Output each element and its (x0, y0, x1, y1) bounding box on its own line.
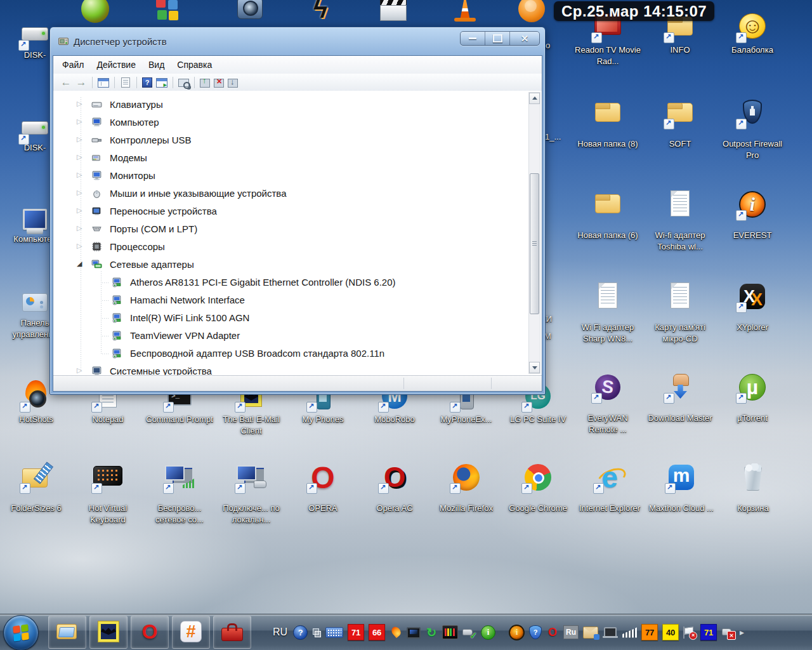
tray-badge-71[interactable]: 71 (700, 624, 717, 640)
collapse-arrow-icon[interactable]: ◢ (77, 260, 86, 270)
desktop-icon-shield[interactable]: Outpost Firewall Pro (717, 96, 788, 161)
desktop-icon-text-document[interactable]: Wi-fi адаптер Toshiba wl... (645, 188, 716, 253)
desktop-icon-film-clapper[interactable] (358, 0, 429, 25)
window-titlebar[interactable]: Диспетчер устройств (50, 27, 545, 55)
desktop-icon-opera[interactable]: OPERA (287, 461, 358, 514)
desktop-icon-utorrent[interactable]: µTorrent (717, 371, 788, 424)
desktop-icon-lightning[interactable] (285, 0, 356, 25)
console-tree-icon[interactable] (98, 78, 109, 88)
forward-icon[interactable] (75, 77, 87, 88)
desktop-icon-chrome[interactable]: Google Chrome (502, 461, 573, 514)
start-button[interactable] (3, 615, 39, 650)
desktop-icon-firefox[interactable]: Mozilla Firefox (431, 461, 502, 514)
tree-item[interactable]: Atheros AR8131 PCI-E Gigabit Ethernet Co… (53, 274, 529, 291)
tray-mail[interactable] (583, 627, 598, 639)
tray-badge-40[interactable]: 40 (662, 624, 679, 640)
back-icon[interactable] (60, 77, 72, 88)
expand-arrow-icon[interactable]: ▷ (77, 206, 86, 216)
tray-badge-71[interactable]: 71 (348, 624, 364, 640)
expand-arrow-icon[interactable]: ▷ (77, 171, 86, 181)
desktop-icon-xyplorer[interactable]: XYplorer (717, 280, 788, 333)
tray-info-green[interactable] (481, 625, 495, 640)
desktop-icon-wireless-network[interactable]: Беспрово... сетевое со... (144, 461, 215, 526)
update-driver-icon[interactable] (200, 79, 210, 88)
desktop-icon-internet-explorer[interactable]: Internet Explorer (574, 461, 645, 514)
desktop-icon-folder[interactable]: Новая папка (8) (572, 96, 643, 150)
close-button[interactable] (510, 32, 539, 45)
menu-item-2[interactable]: Действие (90, 57, 142, 72)
expand-arrow-icon[interactable]: ▷ (77, 189, 86, 199)
tray-keyboard[interactable] (325, 627, 343, 638)
tray-language-alt[interactable]: Ru (563, 625, 579, 639)
desktop-clock[interactable]: Ср.25.мар 14:15:07 (554, 1, 714, 21)
tray-sync[interactable] (425, 626, 438, 639)
taskbar-button-explorer[interactable] (48, 616, 86, 649)
tree-item[interactable]: ▷Клавиатуры (53, 96, 529, 114)
desktop-icon-recycle-bin[interactable]: Корзина (717, 461, 789, 514)
desktop-icon-virtual-keyboard[interactable]: Hot Virtual Keyboard (72, 461, 143, 526)
tree-item[interactable]: ▷Контроллеры USB (53, 131, 529, 149)
tree-item[interactable]: Intel(R) WiFi Link 5100 AGN (53, 309, 529, 327)
desktop-icon-vlc-cone[interactable] (429, 0, 501, 25)
taskbar-button-opera[interactable] (131, 616, 169, 649)
menu-item-4[interactable]: Справка (171, 57, 218, 72)
action-pane-icon[interactable] (156, 78, 167, 88)
desktop-icon-download-hand[interactable]: Download Master (645, 371, 716, 424)
desktop-icon-maxthon[interactable]: Maxthon Cloud ... (646, 461, 717, 514)
tray-equalizer[interactable] (442, 625, 458, 639)
scrollbar-thumb[interactable] (530, 173, 539, 314)
desktop-icon-purple-swirl[interactable]: EveryWAN Remote ... (572, 371, 643, 435)
tray-badge-77[interactable]: 77 (641, 624, 658, 640)
properties-icon[interactable] (121, 77, 130, 88)
maximize-button[interactable] (485, 32, 510, 45)
tray-flame[interactable] (390, 626, 402, 639)
tray-show-hidden[interactable] (312, 627, 321, 637)
tree-item[interactable]: ▷Системные устройства (53, 362, 529, 376)
desktop-icon-text-document[interactable]: Wi Fi адаптер Sharp WN8... (572, 280, 643, 345)
desktop-icon-color-blocks[interactable] (131, 0, 202, 25)
scan-changes-icon[interactable] (228, 79, 238, 88)
expand-arrow-icon[interactable]: ▷ (77, 366, 86, 376)
tree-item[interactable]: ▷Модемы (53, 149, 529, 167)
tree-item[interactable]: Hamachi Network Interface (53, 291, 529, 309)
tray-info-orange[interactable] (509, 625, 525, 640)
tray-overflow-arrow[interactable] (740, 627, 747, 638)
tray-laptop[interactable] (603, 627, 618, 639)
desktop-icon-smiley[interactable]: Балаболка (717, 10, 788, 56)
taskbar-button-toolbox[interactable] (213, 616, 251, 649)
tree-item[interactable]: ▷Порты (COM и LPT) (53, 220, 529, 238)
desktop-icon-label-fragment[interactable]: 1_... (545, 132, 561, 142)
taskbar-button-hash[interactable] (172, 616, 210, 649)
tray-usb-check[interactable] (462, 626, 476, 639)
tray-opera-mini[interactable] (546, 626, 559, 639)
tree-item[interactable]: TeamViewer VPN Adapter (53, 327, 529, 345)
uninstall-device-icon[interactable] (214, 79, 224, 88)
desktop-icon-everest[interactable]: EVEREST (717, 188, 788, 241)
taskbar-button-thebat[interactable] (89, 616, 128, 649)
tree-item[interactable]: ▷Мониторы (53, 167, 529, 185)
tray-help-bubble[interactable] (293, 625, 308, 640)
expand-arrow-icon[interactable]: ▷ (77, 224, 86, 234)
desktop-icon-lan-connection[interactable]: Подключе... по локальн... (216, 461, 287, 526)
tray-shield-question[interactable] (529, 625, 542, 639)
tree-item[interactable]: ▷Мыши и иные указывающие устройства (53, 185, 529, 202)
help-icon[interactable] (142, 77, 152, 88)
tray-signal-bars[interactable] (622, 627, 637, 638)
tray-language[interactable]: RU (272, 627, 289, 638)
desktop-icon-opera-ac[interactable]: Opera AC (359, 461, 430, 514)
expand-arrow-icon[interactable]: ▷ (77, 135, 86, 145)
tree-item[interactable]: ◢Сетевые адаптеры (53, 256, 529, 274)
minimize-button[interactable] (461, 32, 485, 45)
desktop-icon-foldersizes[interactable]: FolderSizes 6 (1, 461, 72, 514)
desktop-icon-folder[interactable]: SOFT (645, 96, 716, 150)
scroll-up-button[interactable] (529, 93, 540, 104)
vertical-scrollbar[interactable] (528, 92, 540, 374)
expand-arrow-icon[interactable]: ▷ (77, 242, 86, 252)
tree-item[interactable]: ▷Переносные устройства (53, 202, 529, 220)
desktop-icon-movie-camera[interactable] (214, 0, 285, 25)
menu-item-1[interactable]: Файл (56, 57, 90, 72)
tray-badge-66[interactable]: 66 (369, 624, 385, 640)
scroll-down-button[interactable] (529, 362, 540, 373)
tray-eject-error[interactable] (721, 626, 735, 639)
desktop-icon-folder[interactable]: Новая папка (6) (572, 188, 643, 241)
